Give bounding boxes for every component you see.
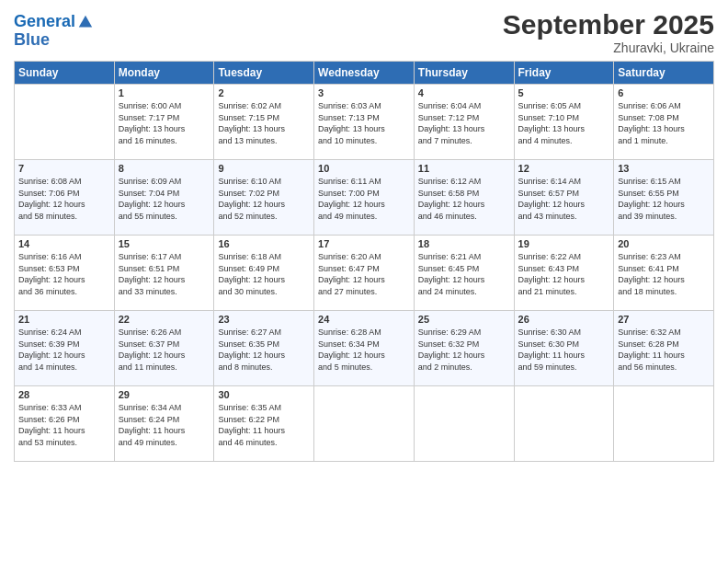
weekday-header-monday: Monday (114, 62, 214, 85)
day-cell: 27Sunrise: 6:32 AMSunset: 6:28 PMDayligh… (614, 311, 714, 386)
day-info: Sunrise: 6:26 AMSunset: 6:37 PMDaylight:… (119, 327, 210, 373)
day-cell: 1Sunrise: 6:00 AMSunset: 7:17 PMDaylight… (114, 85, 214, 160)
day-info: Sunrise: 6:34 AMSunset: 6:24 PMDaylight:… (119, 402, 210, 448)
day-cell: 4Sunrise: 6:04 AMSunset: 7:12 PMDaylight… (414, 85, 514, 160)
day-info: Sunrise: 6:29 AMSunset: 6:32 PMDaylight:… (418, 327, 510, 373)
day-number: 8 (119, 163, 210, 174)
day-cell: 22Sunrise: 6:26 AMSunset: 6:37 PMDayligh… (114, 311, 214, 386)
day-info: Sunrise: 6:30 AMSunset: 6:30 PMDaylight:… (518, 327, 610, 373)
day-info: Sunrise: 6:24 AMSunset: 6:39 PMDaylight:… (18, 327, 110, 373)
day-cell: 10Sunrise: 6:11 AMSunset: 7:00 PMDayligh… (314, 160, 415, 236)
day-number: 4 (418, 87, 510, 98)
day-cell (15, 85, 115, 160)
day-info: Sunrise: 6:03 AMSunset: 7:13 PMDaylight:… (318, 100, 410, 146)
day-cell: 13Sunrise: 6:15 AMSunset: 6:55 PMDayligh… (614, 160, 714, 236)
logo-text: General (14, 13, 75, 31)
week-row-2: 7Sunrise: 6:08 AMSunset: 7:06 PMDaylight… (15, 160, 714, 236)
day-number: 23 (218, 314, 310, 325)
day-cell: 15Sunrise: 6:17 AMSunset: 6:51 PMDayligh… (114, 236, 214, 311)
day-info: Sunrise: 6:14 AMSunset: 6:57 PMDaylight:… (518, 176, 610, 222)
day-cell: 6Sunrise: 6:06 AMSunset: 7:08 PMDaylight… (614, 85, 714, 160)
day-info: Sunrise: 6:23 AMSunset: 6:41 PMDaylight:… (618, 251, 710, 297)
weekday-header-sunday: Sunday (15, 62, 115, 85)
day-number: 10 (318, 163, 410, 174)
title-block: September 2025 Zhuravki, Ukraine (503, 9, 714, 55)
day-number: 14 (18, 238, 110, 249)
logo-blue: Blue (14, 31, 94, 50)
day-info: Sunrise: 6:16 AMSunset: 6:53 PMDaylight:… (18, 251, 110, 297)
day-cell: 19Sunrise: 6:22 AMSunset: 6:43 PMDayligh… (514, 236, 614, 311)
day-info: Sunrise: 6:20 AMSunset: 6:47 PMDaylight:… (318, 251, 410, 297)
day-number: 24 (318, 314, 410, 325)
day-number: 30 (218, 389, 310, 400)
day-number: 26 (518, 314, 610, 325)
day-cell: 29Sunrise: 6:34 AMSunset: 6:24 PMDayligh… (114, 386, 214, 462)
day-number: 3 (318, 87, 410, 98)
weekday-header-friday: Friday (514, 62, 614, 85)
day-info: Sunrise: 6:06 AMSunset: 7:08 PMDaylight:… (618, 100, 710, 146)
logo-icon (77, 14, 94, 30)
day-number: 7 (18, 163, 110, 174)
day-number: 22 (119, 314, 210, 325)
day-info: Sunrise: 6:35 AMSunset: 6:22 PMDaylight:… (218, 402, 310, 448)
day-number: 15 (119, 238, 210, 249)
weekday-header-wednesday: Wednesday (314, 62, 415, 85)
day-cell: 7Sunrise: 6:08 AMSunset: 7:06 PMDaylight… (15, 160, 115, 236)
day-cell: 18Sunrise: 6:21 AMSunset: 6:45 PMDayligh… (414, 236, 514, 311)
day-info: Sunrise: 6:17 AMSunset: 6:51 PMDaylight:… (119, 251, 210, 297)
weekday-header-thursday: Thursday (414, 62, 514, 85)
day-info: Sunrise: 6:28 AMSunset: 6:34 PMDaylight:… (318, 327, 410, 373)
day-cell (614, 386, 714, 462)
day-number: 17 (318, 238, 410, 249)
day-cell: 30Sunrise: 6:35 AMSunset: 6:22 PMDayligh… (214, 386, 314, 462)
day-number: 1 (119, 87, 210, 98)
day-cell: 26Sunrise: 6:30 AMSunset: 6:30 PMDayligh… (514, 311, 614, 386)
day-cell: 12Sunrise: 6:14 AMSunset: 6:57 PMDayligh… (514, 160, 614, 236)
day-info: Sunrise: 6:00 AMSunset: 7:17 PMDaylight:… (119, 100, 210, 146)
day-number: 25 (418, 314, 510, 325)
day-info: Sunrise: 6:33 AMSunset: 6:26 PMDaylight:… (18, 402, 110, 448)
day-cell (314, 386, 415, 462)
week-row-5: 28Sunrise: 6:33 AMSunset: 6:26 PMDayligh… (15, 386, 714, 462)
weekday-header-row: SundayMondayTuesdayWednesdayThursdayFrid… (15, 62, 714, 85)
day-info: Sunrise: 6:27 AMSunset: 6:35 PMDaylight:… (218, 327, 310, 373)
day-info: Sunrise: 6:11 AMSunset: 7:00 PMDaylight:… (318, 176, 410, 222)
day-cell: 20Sunrise: 6:23 AMSunset: 6:41 PMDayligh… (614, 236, 714, 311)
day-info: Sunrise: 6:05 AMSunset: 7:10 PMDaylight:… (518, 100, 610, 146)
day-number: 2 (218, 87, 310, 98)
day-cell (514, 386, 614, 462)
week-row-4: 21Sunrise: 6:24 AMSunset: 6:39 PMDayligh… (15, 311, 714, 386)
day-cell: 5Sunrise: 6:05 AMSunset: 7:10 PMDaylight… (514, 85, 614, 160)
day-cell: 11Sunrise: 6:12 AMSunset: 6:58 PMDayligh… (414, 160, 514, 236)
day-number: 21 (18, 314, 110, 325)
day-number: 28 (18, 389, 110, 400)
day-number: 9 (218, 163, 310, 174)
day-info: Sunrise: 6:04 AMSunset: 7:12 PMDaylight:… (418, 100, 510, 146)
day-info: Sunrise: 6:21 AMSunset: 6:45 PMDaylight:… (418, 251, 510, 297)
calendar-table: SundayMondayTuesdayWednesdayThursdayFrid… (14, 61, 714, 462)
day-number: 16 (218, 238, 310, 249)
day-cell: 8Sunrise: 6:09 AMSunset: 7:04 PMDaylight… (114, 160, 214, 236)
day-number: 29 (119, 389, 210, 400)
day-info: Sunrise: 6:12 AMSunset: 6:58 PMDaylight:… (418, 176, 510, 222)
day-cell: 16Sunrise: 6:18 AMSunset: 6:49 PMDayligh… (214, 236, 314, 311)
day-number: 12 (518, 163, 610, 174)
day-number: 6 (618, 87, 710, 98)
day-info: Sunrise: 6:22 AMSunset: 6:43 PMDaylight:… (518, 251, 610, 297)
day-info: Sunrise: 6:32 AMSunset: 6:28 PMDaylight:… (618, 327, 710, 373)
day-cell: 3Sunrise: 6:03 AMSunset: 7:13 PMDaylight… (314, 85, 415, 160)
weekday-header-tuesday: Tuesday (214, 62, 314, 85)
day-info: Sunrise: 6:08 AMSunset: 7:06 PMDaylight:… (18, 176, 110, 222)
month-title: September 2025 (503, 9, 714, 40)
svg-marker-0 (79, 16, 92, 28)
day-number: 27 (618, 314, 710, 325)
day-number: 18 (418, 238, 510, 249)
day-cell: 24Sunrise: 6:28 AMSunset: 6:34 PMDayligh… (314, 311, 415, 386)
header: General Blue September 2025 Zhuravki, Uk… (14, 9, 714, 55)
day-cell: 2Sunrise: 6:02 AMSunset: 7:15 PMDaylight… (214, 85, 314, 160)
logo: General Blue (14, 13, 94, 50)
day-info: Sunrise: 6:02 AMSunset: 7:15 PMDaylight:… (218, 100, 310, 146)
day-info: Sunrise: 6:18 AMSunset: 6:49 PMDaylight:… (218, 251, 310, 297)
day-number: 13 (618, 163, 710, 174)
page-container: General Blue September 2025 Zhuravki, Uk… (0, 0, 728, 471)
